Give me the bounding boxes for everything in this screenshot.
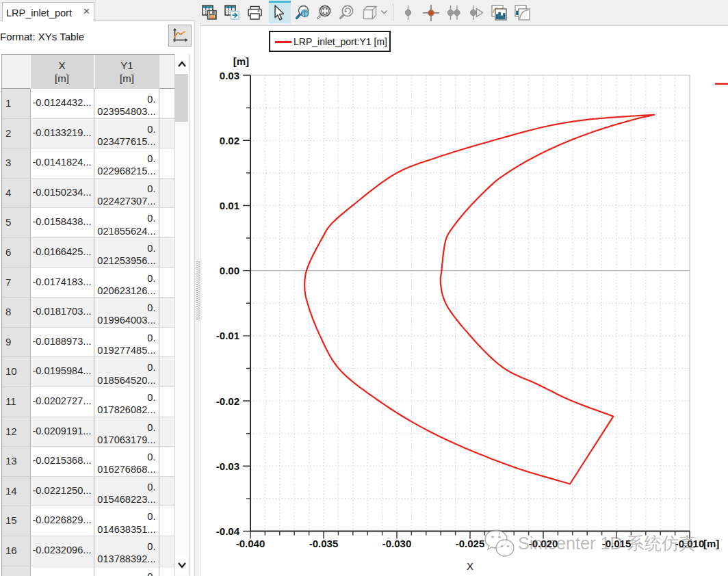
- svg-text:0.00: 0.00: [220, 265, 239, 276]
- svg-text:-0.02: -0.02: [216, 395, 239, 407]
- svg-text:-0.04: -0.04: [216, 525, 240, 537]
- svg-text:-0.020: -0.020: [529, 538, 558, 549]
- svg-text:-0.03: -0.03: [216, 460, 239, 472]
- svg-text:0.02: 0.02: [220, 135, 239, 146]
- svg-text:0.03: 0.03: [220, 70, 239, 81]
- svg-text:-0.040: -0.040: [236, 538, 265, 549]
- svg-text:[m]: [m]: [233, 55, 249, 67]
- svg-text:0.01: 0.01: [220, 200, 239, 211]
- svg-text:-0.030: -0.030: [382, 538, 412, 549]
- svg-text:[m]: [m]: [703, 538, 719, 549]
- svg-text:-0.035: -0.035: [309, 538, 339, 549]
- svg-text:-0.01: -0.01: [216, 330, 239, 341]
- svg-text:X: X: [467, 560, 473, 572]
- svg-text:-0.015: -0.015: [602, 538, 632, 549]
- svg-text:-0.010: -0.010: [675, 538, 705, 549]
- svg-text:-0.025: -0.025: [456, 538, 485, 549]
